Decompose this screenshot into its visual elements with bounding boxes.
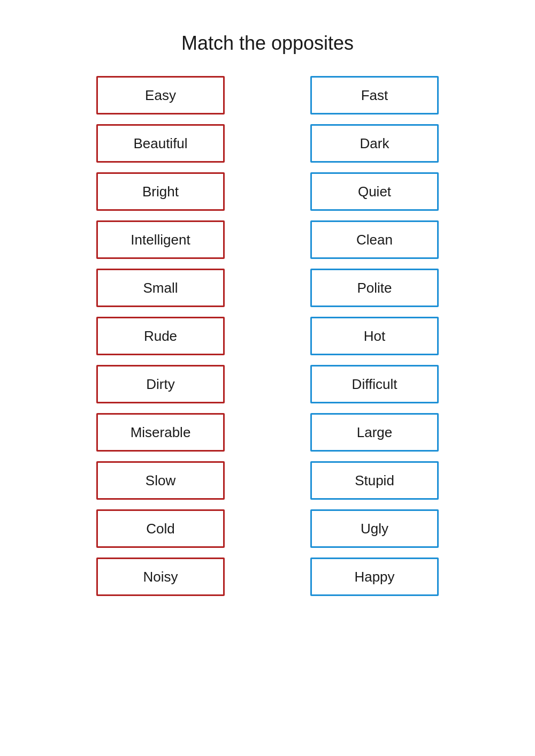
right-word-box-3[interactable]: Clean (310, 220, 439, 259)
left-word-box-0[interactable]: Easy (96, 76, 225, 114)
left-word-box-6[interactable]: Dirty (96, 365, 225, 403)
left-word-box-5[interactable]: Rude (96, 317, 225, 355)
right-word-box-1[interactable]: Dark (310, 124, 439, 163)
right-word-box-7[interactable]: Large (310, 413, 439, 452)
left-word-box-4[interactable]: Small (96, 269, 225, 307)
left-word-box-9[interactable]: Cold (96, 509, 225, 548)
right-word-box-8[interactable]: Stupid (310, 461, 439, 500)
right-column: FastDarkQuietCleanPoliteHotDifficultLarg… (310, 76, 439, 596)
columns-container: EasyBeautifulBrightIntelligentSmallRudeD… (96, 76, 439, 596)
right-word-box-0[interactable]: Fast (310, 76, 439, 114)
right-word-box-5[interactable]: Hot (310, 317, 439, 355)
left-word-box-10[interactable]: Noisy (96, 558, 225, 596)
page-title: Match the opposites (181, 32, 354, 55)
left-word-box-1[interactable]: Beautiful (96, 124, 225, 163)
right-word-box-4[interactable]: Polite (310, 269, 439, 307)
left-word-box-7[interactable]: Miserable (96, 413, 225, 452)
right-word-box-9[interactable]: Ugly (310, 509, 439, 548)
left-column: EasyBeautifulBrightIntelligentSmallRudeD… (96, 76, 225, 596)
left-word-box-8[interactable]: Slow (96, 461, 225, 500)
right-word-box-10[interactable]: Happy (310, 558, 439, 596)
right-word-box-6[interactable]: Difficult (310, 365, 439, 403)
left-word-box-3[interactable]: Intelligent (96, 220, 225, 259)
right-word-box-2[interactable]: Quiet (310, 172, 439, 211)
left-word-box-2[interactable]: Bright (96, 172, 225, 211)
